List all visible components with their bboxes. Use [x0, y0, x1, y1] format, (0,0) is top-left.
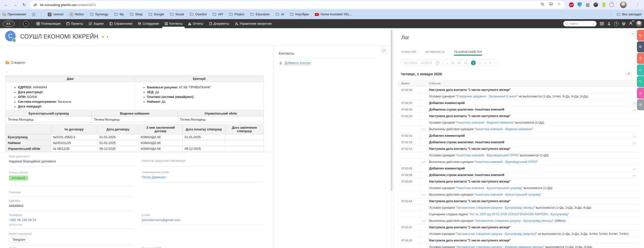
attachment-icon[interactable] — [633, 135, 636, 137]
log-link[interactable]: Акт № 2820 від 30.01.2026 СОУШЛ ЕКОНОМІ … — [470, 212, 568, 216]
email-link[interactable]: petrodarmoris@gmail.com — [142, 218, 180, 222]
contracts-cell[interactable]: 09-12-2025 — [182, 146, 225, 152]
pagination-page-2[interactable]: 2 — [479, 61, 481, 64]
create-button[interactable]: Створити — [6, 61, 25, 64]
pagination-page-30[interactable]: 30 — [458, 61, 461, 64]
channel-chip[interactable]: Telegram — [9, 237, 29, 243]
planfix-logo[interactable]: KK — [3, 21, 15, 27]
team-cell[interactable]: Тетяна Молодець — [178, 117, 264, 123]
user-avatar[interactable] — [636, 21, 642, 27]
contracts-cell[interactable] — [225, 146, 264, 152]
nav-item-contact[interactable]: Контакты — [162, 19, 185, 28]
calendar-icon[interactable] — [436, 61, 439, 65]
global-search-input[interactable]: Найти ☆ — [563, 21, 597, 26]
scrollbar-thumb[interactable] — [391, 30, 393, 191]
bookmark-item-project[interactable]: Project — [229, 13, 244, 16]
favorite-star-icon[interactable]: ★ — [101, 35, 105, 39]
forward-icon[interactable]: → — [12, 2, 18, 8]
rail-clipboard-tab[interactable] — [637, 53, 644, 64]
pagination-page-29[interactable]: 29 — [451, 61, 454, 64]
contracts-cell[interactable] — [225, 140, 264, 146]
add-contact-button[interactable]: Добавить контакт — [279, 61, 311, 65]
description-value[interactable]: Надання благодійної допомоги — [9, 159, 56, 163]
extension-speedtest-icon[interactable] — [593, 2, 599, 8]
nav-item-projects[interactable]: Проекты — [63, 19, 86, 28]
rocket-icon[interactable] — [607, 22, 611, 26]
bookmark-item-my[interactable]: My — [114, 13, 124, 16]
nav-item-users[interactable]: Сотрудники — [135, 19, 162, 28]
contracts-cell[interactable]: Наймані — [6, 140, 51, 146]
bookmark-item-ai[interactable]: AI — [276, 13, 284, 16]
edrpou-value[interactable]: 44948844 — [9, 204, 23, 208]
refresh-icon[interactable]: ↻ — [21, 2, 27, 8]
comment-bubble-button[interactable] — [380, 47, 387, 54]
rail-chart-tab[interactable] — [637, 88, 644, 99]
site-settings-icon[interactable] — [33, 3, 37, 7]
left-panel-scrollbar[interactable] — [391, 28, 393, 248]
bookmark-item-social[interactable]: Social — [170, 13, 184, 16]
nav-item-tasks[interactable]: Задачи — [86, 19, 106, 28]
pagination-page-31[interactable]: 31 — [464, 61, 467, 64]
install-icon[interactable] — [548, 2, 553, 7]
pagination-page-4[interactable]: 4 — [489, 61, 491, 64]
collapse-dash[interactable]: – — [6, 70, 8, 73]
search-star-icon[interactable]: ☆ — [592, 22, 595, 26]
bookmark-item-api[interactable]: API — [213, 13, 223, 16]
pagination-page-3[interactable]: 3 — [484, 61, 486, 64]
attachment-icon[interactable] — [633, 175, 636, 177]
log-link[interactable]: Аналітика компаній - Відповідальний ПРРО — [475, 160, 537, 164]
url-bar[interactable]: kk-consulting.planfix.ua/contact/1671 — [30, 1, 565, 9]
bookmark-item-ноутбуки[interactable]: Ноутбуки — [290, 13, 309, 16]
attachment-icon[interactable] — [633, 103, 636, 105]
contracts-cell[interactable] — [225, 134, 264, 140]
pagination-page-1[interactable]: 1 — [471, 60, 476, 65]
contracts-cell[interactable]: 01-01-2025 — [97, 140, 139, 146]
log-link[interactable]: Аналітика компаній - Ведення найманих — [457, 121, 513, 124]
bookmark-item-приложения[interactable]: Приложения — [3, 13, 26, 16]
contracts-cell[interactable]: КОМАНДА КК — [138, 134, 182, 140]
extension-shield-icon[interactable] — [576, 2, 583, 8]
nav-item-chart[interactable]: Отчеты — [185, 19, 206, 28]
authorized-person-link[interactable]: Петро Дарморіс — [142, 175, 166, 179]
employees-counter-icon[interactable]: 16 — [629, 21, 633, 26]
contracts-cell[interactable]: 09-12-2025 — [97, 146, 139, 152]
log-link[interactable]: Автоматичне створення рахунку - Ведення … — [457, 245, 544, 248]
menu-icon[interactable] — [600, 22, 604, 25]
bookmark-item-tab-grid[interactable] — [32, 13, 35, 16]
zoom-out-icon[interactable] — [540, 2, 545, 7]
contracts-cell[interactable]: Бухсупровід — [6, 134, 51, 140]
log-link[interactable]: Аналітика компаній - Відповідальний ПРРО — [457, 154, 518, 157]
filter-today[interactable]: СЕГОДНЯ — [404, 61, 417, 64]
attachment-icon[interactable] — [633, 168, 636, 170]
nav-item-doc[interactable]: Документы — [206, 19, 232, 28]
pagination-next-icon[interactable]: › — [494, 61, 495, 65]
log-link[interactable]: Створення завдання - Заповнення Е-книги — [457, 95, 517, 98]
nav-item-planner[interactable]: Планировщик — [34, 19, 63, 28]
extension-jar-icon[interactable] — [584, 2, 591, 8]
phone-link[interactable]: +380 96 245 56 34 — [9, 218, 36, 222]
bookmark-item-home-assistant-yel-[interactable]: Home Assistant YEL... — [315, 13, 352, 16]
layers-icon[interactable] — [622, 22, 626, 26]
help-icon[interactable]: ? — [614, 22, 619, 26]
contracts-cell[interactable]: 01-01-2025 — [97, 134, 139, 140]
all-bookmarks-button[interactable]: Все закладки — [617, 13, 641, 16]
log-close-icon[interactable]: ✕ — [631, 31, 635, 36]
log-link[interactable]: Аналітика компаній - Бухгалтерський супр… — [475, 193, 540, 196]
log-link[interactable]: Автоматичне створення рахунку - Бухсупро… — [475, 219, 552, 223]
url-text[interactable]: kk-consulting.planfix.ua/contact/1671 — [40, 3, 96, 7]
rail-clock-tab[interactable] — [637, 99, 644, 110]
log-tab-3[interactable]: ТЕХНИЧЕСКИЙ ЛОГ — [454, 50, 482, 56]
contracts-cell[interactable]: №Н01/01/25 — [51, 140, 97, 146]
contracts-cell[interactable]: № 09/12/25 — [51, 146, 97, 152]
quick-add-button[interactable]: + — [23, 21, 29, 26]
bookmark-item-google[interactable]: Google — [149, 13, 164, 16]
attachment-icon[interactable] — [633, 109, 636, 111]
contracts-cell[interactable]: КОМАНДА КК — [138, 146, 182, 152]
log-link[interactable]: Автоматичне створення рахунку - Бухсупро… — [457, 232, 536, 236]
contracts-cell[interactable] — [182, 140, 225, 146]
team-cell[interactable]: Тетяна Молодець — [92, 117, 178, 123]
log-tab-2[interactable]: АКТИВНОСТЬ — [425, 50, 445, 56]
bookmark-item-education[interactable]: Education — [250, 13, 270, 16]
browser-menu-icon[interactable]: ⋮ — [635, 2, 641, 8]
nav-item-account[interactable]: Управление аккаунтом — [232, 19, 274, 28]
